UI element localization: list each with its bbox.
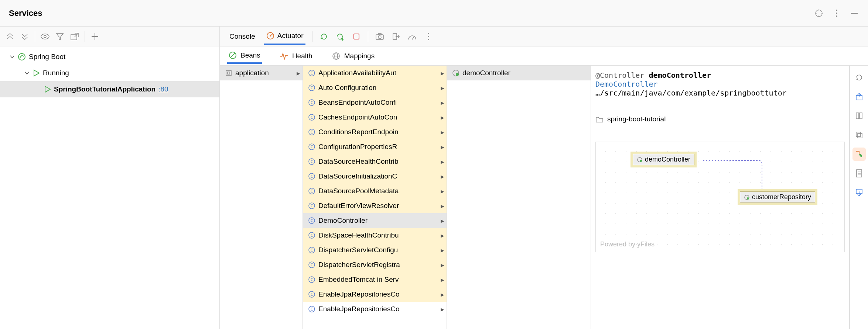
stop-icon[interactable] <box>352 32 361 41</box>
bean-list-item[interactable]: CEnableJpaRepositoriesCo▸ <box>303 287 447 302</box>
bean-item-label: Auto Configuration <box>318 84 376 92</box>
collapse-all-icon[interactable] <box>20 32 30 41</box>
class-icon: C <box>308 232 315 239</box>
copy-icon[interactable] <box>852 128 866 142</box>
svg-rect-85 <box>860 113 862 119</box>
chevron-right-icon: ▸ <box>441 202 444 210</box>
bean-list-item[interactable]: CApplicationAvailabilityAut▸ <box>303 66 447 80</box>
svg-text:C: C <box>311 115 313 120</box>
tab-console[interactable]: Console <box>227 29 257 44</box>
import-icon[interactable] <box>852 186 866 199</box>
gauge-icon[interactable] <box>407 32 417 41</box>
header-actions <box>814 8 859 18</box>
globe-icon <box>332 52 341 60</box>
selected-bean-column[interactable]: demoController <box>447 66 591 329</box>
app-port[interactable]: :80 <box>158 85 168 93</box>
bean-list-item[interactable]: CEnableJpaRepositoriesCo▸ <box>303 302 447 316</box>
bean-item-label: EnableJpaRepositoriesCo <box>318 305 400 313</box>
add-icon[interactable] <box>90 32 100 41</box>
bean-details: @Controller demoController DemoControlle… <box>591 66 850 329</box>
bean-list-item[interactable]: CDiskSpaceHealthContribu▸ <box>303 228 447 243</box>
tree-label: Spring Boot <box>29 53 65 61</box>
refresh-icon[interactable] <box>852 71 866 84</box>
minimize-icon[interactable] <box>850 8 859 18</box>
bean-list-item[interactable]: CEmbeddedTomcat in Serv▸ <box>303 272 447 287</box>
svg-point-32 <box>428 36 429 37</box>
run-tree[interactable]: Spring Boot Running SpringBootTutorialAp… <box>0 46 219 329</box>
pulse-icon <box>280 52 288 60</box>
bean-item-democontroller[interactable]: demoController <box>447 66 591 80</box>
more-icon[interactable] <box>832 8 841 18</box>
class-icon: C <box>308 158 315 165</box>
dependency-diagram[interactable]: demoController customerRepository Powere… <box>595 142 845 252</box>
bean-list-item[interactable]: CDataSourceHealthContrib▸ <box>303 154 447 169</box>
bean-list-item[interactable]: CDispatcherServletRegistra▸ <box>303 257 447 272</box>
diagram-node-democontroller[interactable]: demoController <box>633 154 694 165</box>
exit-icon[interactable] <box>391 32 401 41</box>
filter-icon[interactable] <box>55 32 65 41</box>
layout-icon[interactable] <box>852 109 866 122</box>
bean-list-item[interactable]: CConditionsReportEndpoin▸ <box>303 125 447 139</box>
svg-point-76 <box>456 73 459 76</box>
class-icon: C <box>308 261 315 269</box>
chevron-right-icon: ▸ <box>441 128 444 136</box>
open-new-icon[interactable] <box>70 32 79 41</box>
tree-node-spring-boot[interactable]: Spring Boot <box>0 49 219 65</box>
bean-item-label: DispatcherServletRegistra <box>318 261 400 269</box>
sub-tab-label: Health <box>292 52 312 60</box>
export-icon[interactable] <box>852 90 866 103</box>
chevron-right-icon: ▸ <box>441 305 444 314</box>
bean-list-item[interactable]: CDemoController▸ <box>303 213 447 228</box>
bean-module[interactable]: spring-boot-tutorial <box>595 115 845 123</box>
tab-label: Actuator <box>277 32 304 40</box>
bean-class[interactable]: DemoController <box>595 80 845 89</box>
bean-list-item[interactable]: CAuto Configuration▸ <box>303 80 447 95</box>
class-icon: C <box>308 128 315 136</box>
diagram-node-customerrepository[interactable]: customerRepository <box>740 191 815 203</box>
bean-list-item[interactable]: CCachesEndpointAutoCon▸ <box>303 110 447 125</box>
more-icon[interactable] <box>424 32 433 41</box>
camera-icon[interactable] <box>375 32 385 41</box>
tab-label: Console <box>229 32 255 41</box>
bean-item-label: ApplicationAvailabilityAut <box>318 69 396 77</box>
bean-list-item[interactable]: CConfigurationPropertiesR▸ <box>303 139 447 154</box>
module-column[interactable]: application ▸ <box>220 66 303 329</box>
bean-item-label: CachesEndpointAutoCon <box>318 113 397 121</box>
bean-list-item[interactable]: CDispatcherServletConfigu▸ <box>303 243 447 257</box>
spring-leaf-icon[interactable] <box>852 148 866 161</box>
bean-item-label: DiskSpaceHealthContribu <box>318 231 399 239</box>
chevron-down-icon <box>24 70 30 76</box>
module-name: spring-boot-tutorial <box>607 115 666 123</box>
tool-window-title: Services <box>9 8 42 18</box>
beans-column[interactable]: CApplicationAvailabilityAut▸CAuto Config… <box>303 66 447 329</box>
bean-item-label: DataSourceHealthContrib <box>318 157 399 166</box>
right-tool-rail <box>850 66 868 329</box>
module-icon <box>225 69 232 77</box>
tab-health[interactable]: Health <box>278 49 314 63</box>
tree-node-running[interactable]: Running <box>0 65 219 81</box>
bean-list-item[interactable]: CBeansEndpointAutoConfi▸ <box>303 95 447 110</box>
tree-node-app[interactable]: SpringBootTutorialApplication :80 <box>0 81 219 97</box>
svg-marker-18 <box>45 86 50 92</box>
document-icon[interactable] <box>852 167 866 180</box>
bean-list-item[interactable]: CDataSourcePoolMetadata▸ <box>303 184 447 198</box>
refresh-plus-icon[interactable] <box>335 32 345 41</box>
svg-text:C: C <box>311 130 313 135</box>
crosshair-icon[interactable] <box>814 8 824 18</box>
tab-mappings[interactable]: Mappings <box>330 49 376 63</box>
tab-actuator[interactable]: Actuator <box>264 28 306 45</box>
svg-text:C: C <box>311 189 313 194</box>
tab-beans[interactable]: Beans <box>227 48 262 64</box>
refresh-icon[interactable] <box>319 32 329 41</box>
expand-all-icon[interactable] <box>5 32 15 41</box>
module-item-application[interactable]: application ▸ <box>220 66 303 80</box>
svg-point-21 <box>270 35 271 37</box>
class-icon: C <box>308 291 315 298</box>
bean-list-item[interactable]: CDefaultErrorViewResolver▸ <box>303 198 447 213</box>
class-icon: C <box>308 246 315 254</box>
eye-icon[interactable] <box>40 32 50 41</box>
svg-point-9 <box>41 34 49 39</box>
bean-list-item[interactable]: CDataSourceInitializationC▸ <box>303 169 447 184</box>
chevron-right-icon: ▸ <box>441 217 444 225</box>
class-icon: C <box>308 217 315 224</box>
